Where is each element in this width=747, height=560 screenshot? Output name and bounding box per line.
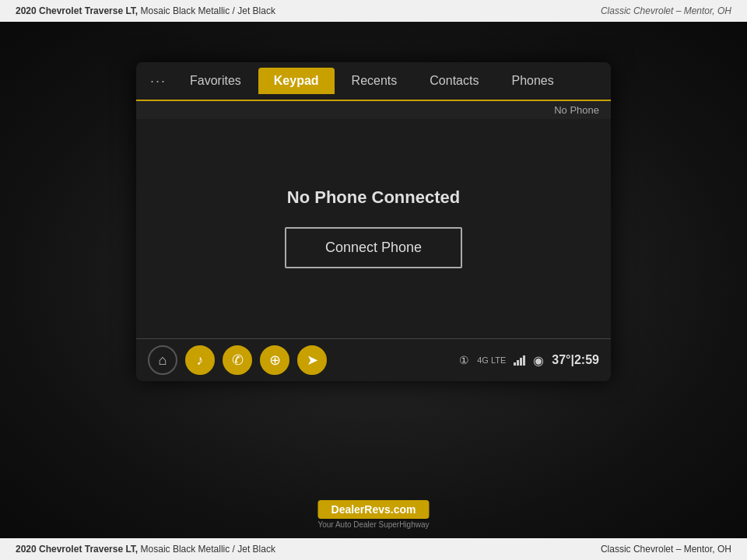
top-info-bar: 2020 Chevrolet Traverse LT, Mosaic Black… [0, 0, 747, 22]
watermark-overlay: DealerRevs.com Your Auto Dealer SuperHig… [317, 500, 429, 529]
home-nav-icon[interactable]: ⌂ [148, 345, 177, 375]
dealer-bottom: Classic Chevrolet – Mentor, OH [601, 544, 731, 555]
bottom-nav-bar: ⌂ ♪ ✆ ⊕ ➤ ① 4G LTE ◉ 37°|2:59 [136, 338, 611, 381]
tab-recents[interactable]: Recents [336, 68, 413, 94]
phone-status-bar: No Phone [136, 101, 611, 119]
tab-bar: ··· Favorites Keypad Recents Contacts Ph… [136, 62, 611, 101]
watermark-tagline: Your Auto Dealer SuperHighway [317, 520, 429, 529]
music-nav-icon[interactable]: ♪ [185, 345, 215, 375]
tab-overflow-dots[interactable]: ··· [144, 73, 173, 89]
connect-phone-button[interactable]: Connect Phone [285, 227, 462, 268]
status-info-group: ① 4G LTE ◉ 37°|2:59 [459, 353, 599, 368]
main-content-area: No Phone Connected Connect Phone [136, 119, 611, 337]
phone-nav-icon[interactable]: ✆ [223, 345, 252, 375]
dealerrevs-logo: DealerRevs.com [317, 500, 429, 519]
car-title-top: 2020 Chevrolet Traverse LT, Mosaic Black… [16, 5, 275, 16]
car-title-bottom: 2020 Chevrolet Traverse LT, Mosaic Black… [16, 544, 275, 555]
gps-icon: ◉ [533, 353, 544, 368]
tab-contacts[interactable]: Contacts [414, 68, 494, 94]
add-nav-icon[interactable]: ⊕ [260, 345, 289, 375]
tab-keypad[interactable]: Keypad [258, 68, 335, 94]
tab-favorites[interactable]: Favorites [174, 68, 257, 94]
dealer-top: Classic Chevrolet – Mentor, OH [601, 5, 731, 16]
phone-status-text: No Phone [554, 104, 599, 116]
signal-strength-icon [514, 355, 525, 366]
tab-phones[interactable]: Phones [496, 68, 569, 94]
navigation-nav-icon[interactable]: ➤ [297, 345, 327, 375]
no-phone-message: No Phone Connected [287, 187, 460, 208]
lte-badge: 4G LTE [477, 355, 506, 365]
temperature-display: 37°|2:59 [552, 353, 599, 367]
screen-content: ··· Favorites Keypad Recents Contacts Ph… [136, 62, 611, 381]
bottom-info-bar: 2020 Chevrolet Traverse LT, Mosaic Black… [0, 538, 747, 560]
nav-icon-group: ⌂ ♪ ✆ ⊕ ➤ [148, 345, 327, 375]
infotainment-screen: ··· Favorites Keypad Recents Contacts Ph… [136, 62, 611, 381]
network-number: ① [459, 354, 469, 366]
